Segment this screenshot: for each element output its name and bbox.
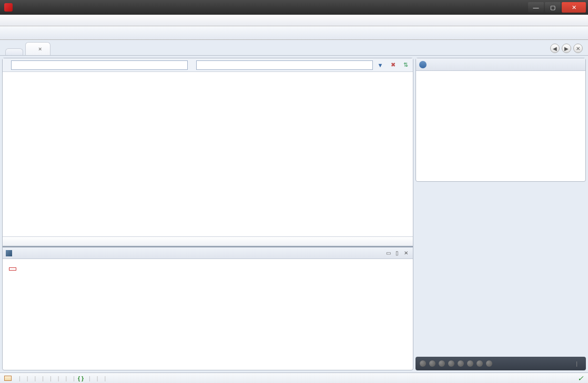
document-tabs: × ◀ ▶ ✕ (0, 40, 588, 56)
user-status-bar: | (415, 357, 586, 370)
curly-brace-icon: { } (78, 375, 84, 381)
indicator-dot (439, 360, 445, 367)
indicator-dot (429, 360, 435, 367)
indicator-dot (486, 360, 492, 367)
segment-status-bar (3, 236, 413, 246)
menu-bar (0, 15, 588, 26)
check-icon: ✓ (577, 374, 584, 382)
close-tab-icon[interactable]: × (38, 46, 42, 52)
indicator-dot (420, 360, 426, 367)
view-pane-content (3, 259, 413, 370)
translation-grid (3, 72, 413, 236)
filter-row: ▼ ✖ ⇅ (3, 58, 413, 72)
indicator-dot (477, 360, 483, 367)
status-bar: | | | | | | | | { } | | | ✓ (0, 372, 588, 383)
filter-icon[interactable]: ▼ (375, 60, 386, 70)
source-filter-input[interactable] (11, 60, 188, 70)
tm-results-header (416, 58, 585, 71)
indicator-dot (467, 360, 473, 367)
pane-close-icon[interactable]: ✕ (402, 250, 410, 257)
pane-pin-icon[interactable]: ▯ (393, 250, 401, 257)
server-indicators (420, 360, 572, 367)
nav-prev-button[interactable]: ◀ (550, 44, 560, 53)
tm-results-icon (419, 61, 427, 68)
indicator-dot (458, 360, 464, 367)
tab-document[interactable]: × (25, 42, 50, 55)
minimize-button[interactable]: — (528, 2, 544, 13)
nav-next-button[interactable]: ▶ (562, 44, 571, 53)
tm-results-body (416, 71, 585, 181)
target-filter-input[interactable] (196, 60, 373, 70)
preview-title-tag (9, 267, 16, 271)
concordance-panels (415, 184, 586, 355)
sort-icon[interactable]: ⇅ (400, 60, 411, 70)
pane-minimize-icon[interactable]: ▭ (384, 250, 392, 257)
close-button[interactable]: ✕ (562, 2, 586, 13)
tm-results-panel (415, 58, 586, 182)
tab-project-home[interactable] (5, 48, 23, 55)
view-pane-icon (6, 250, 12, 256)
results-panel: | (415, 58, 586, 370)
editor-panel: ▼ ✖ ⇅ ▭ ▯ ✕ (2, 58, 413, 370)
view-pane: ▭ ▯ ✕ (3, 246, 413, 370)
nav-close-button[interactable]: ✕ (573, 44, 583, 53)
clear-filter-icon[interactable]: ✖ (388, 60, 398, 70)
app-icon (4, 3, 13, 12)
toolbar (0, 26, 588, 40)
indicator-dot (448, 360, 454, 367)
view-pane-header: ▭ ▯ ✕ (3, 247, 413, 259)
main-area: ▼ ✖ ⇅ ▭ ▯ ✕ (0, 56, 588, 372)
window-titlebar: — ▢ ✕ (0, 0, 588, 15)
envelope-icon[interactable] (4, 376, 12, 381)
maximize-button[interactable]: ▢ (545, 2, 561, 13)
